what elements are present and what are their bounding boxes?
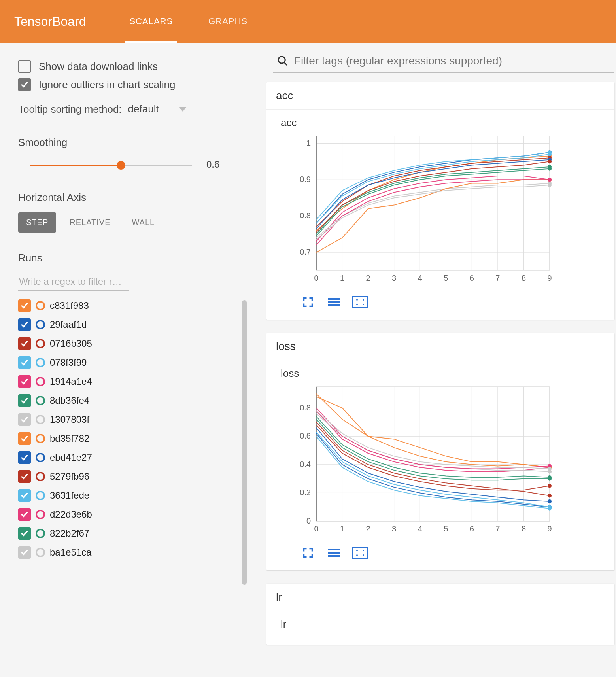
run-color-swatch[interactable] (36, 529, 45, 538)
run-color-swatch[interactable] (36, 358, 45, 367)
run-checkbox[interactable] (18, 489, 31, 502)
svg-point-45 (548, 183, 552, 187)
run-color-swatch[interactable] (36, 396, 45, 405)
run-color-swatch[interactable] (36, 472, 45, 481)
run-color-swatch[interactable] (36, 339, 45, 348)
svg-point-97 (548, 475, 552, 479)
run-checkbox[interactable] (18, 394, 31, 407)
run-name: 8db36fe4 (50, 395, 89, 406)
run-checkbox[interactable] (18, 299, 31, 312)
svg-point-44 (548, 167, 552, 171)
run-name: 078f3f99 (50, 357, 87, 368)
top-bar: TensorBoard SCALARS GRAPHS (0, 0, 616, 43)
run-name: 0716b305 (50, 338, 92, 349)
svg-point-41 (548, 159, 552, 163)
run-checkbox[interactable] (18, 546, 31, 559)
log-scale-icon[interactable] (326, 296, 342, 308)
svg-text:6: 6 (470, 524, 474, 533)
svg-point-98 (548, 467, 552, 471)
run-name: 5279fb96 (50, 471, 89, 482)
svg-text:0: 0 (306, 516, 311, 525)
run-row: 0716b305 (18, 334, 237, 353)
svg-text:2: 2 (366, 274, 370, 282)
svg-text:4: 4 (418, 524, 422, 533)
tab-scalars[interactable]: SCALARS (129, 0, 173, 43)
run-checkbox[interactable] (18, 337, 31, 350)
run-color-swatch[interactable] (36, 320, 45, 329)
slider-fill (30, 165, 121, 166)
axis-relative-button[interactable]: RELATIVE (62, 212, 118, 233)
run-color-swatch[interactable] (36, 548, 45, 557)
run-checkbox[interactable] (18, 527, 31, 540)
run-name: 3631fede (50, 490, 89, 501)
panel-header-loss[interactable]: loss (266, 333, 614, 360)
svg-rect-101 (328, 555, 340, 557)
panel-header-acc[interactable]: acc (266, 82, 614, 110)
run-row: 1914a1e4 (18, 372, 237, 391)
run-checkbox[interactable] (18, 470, 31, 483)
run-color-swatch[interactable] (36, 510, 45, 519)
tag-filter-input[interactable] (294, 55, 610, 67)
chart-title-acc: acc (281, 117, 605, 129)
tooltip-sort-select[interactable]: default (126, 101, 189, 117)
fullscreen-icon[interactable] (300, 296, 316, 308)
nav-tabs: SCALARS GRAPHS (129, 0, 248, 43)
axis-step-button[interactable]: STEP (18, 212, 56, 233)
panel-header-lr[interactable]: lr (266, 584, 614, 611)
tooltip-sort-value: default (128, 103, 159, 115)
smoothing-slider[interactable] (30, 161, 192, 169)
tooltip-sort-label: Tooltip sorting method: (18, 103, 122, 115)
svg-text:7: 7 (495, 274, 500, 282)
log-scale-icon[interactable] (326, 547, 342, 559)
run-checkbox[interactable] (18, 508, 31, 521)
svg-rect-46 (328, 298, 340, 300)
svg-rect-99 (328, 549, 340, 550)
run-color-swatch[interactable] (36, 434, 45, 443)
runs-scrollbar[interactable] (242, 300, 247, 585)
run-row: 8db36fe4 (18, 391, 237, 410)
svg-text:9: 9 (547, 524, 552, 533)
show-download-label: Show data download links (39, 61, 158, 73)
fit-domain-icon[interactable] (352, 296, 368, 308)
run-checkbox[interactable] (18, 432, 31, 445)
svg-text:0: 0 (314, 274, 318, 282)
ignore-outliers-checkbox[interactable] (18, 78, 31, 91)
chart-loss[interactable]: 012345678900.20.40.60.8 (281, 383, 557, 541)
run-row: ebd41e27 (18, 448, 237, 467)
run-checkbox[interactable] (18, 318, 31, 331)
fullscreen-icon[interactable] (300, 547, 316, 559)
svg-text:0.4: 0.4 (300, 460, 311, 469)
run-color-swatch[interactable] (36, 301, 45, 310)
chart-acc[interactable]: 01234567890.70.80.91 (281, 132, 557, 290)
svg-point-50 (363, 299, 364, 301)
smoothing-value-input[interactable]: 0.6 (204, 157, 244, 172)
app-body: Show data download links Ignore outliers… (0, 43, 616, 658)
run-name: 1914a1e4 (50, 376, 92, 387)
run-color-swatch[interactable] (36, 453, 45, 462)
fit-domain-icon[interactable] (352, 547, 368, 559)
run-color-swatch[interactable] (36, 415, 45, 424)
run-row: d22d3e6b (18, 505, 237, 524)
sidebar: Show data download links Ignore outliers… (0, 43, 265, 658)
run-checkbox[interactable] (18, 413, 31, 426)
runs-filter-input[interactable]: Write a regex to filter r… (18, 273, 129, 291)
tag-filter-field[interactable] (273, 52, 614, 73)
svg-point-87 (548, 484, 552, 488)
run-checkbox[interactable] (18, 356, 31, 369)
tab-graphs[interactable]: GRAPHS (208, 0, 248, 43)
run-color-swatch[interactable] (36, 377, 45, 386)
axis-wall-button[interactable]: WALL (124, 212, 163, 233)
svg-point-0 (278, 57, 285, 64)
chart-title-loss: loss (281, 367, 605, 380)
svg-text:8: 8 (522, 274, 526, 282)
svg-rect-53 (316, 387, 550, 521)
run-name: 29faaf1d (50, 319, 87, 330)
svg-text:0.8: 0.8 (300, 211, 311, 220)
run-checkbox[interactable] (18, 451, 31, 464)
run-color-swatch[interactable] (36, 491, 45, 500)
svg-text:3: 3 (392, 524, 396, 533)
run-checkbox[interactable] (18, 375, 31, 388)
slider-thumb[interactable] (117, 161, 125, 170)
show-download-checkbox[interactable] (18, 60, 31, 73)
svg-text:6: 6 (470, 274, 474, 282)
